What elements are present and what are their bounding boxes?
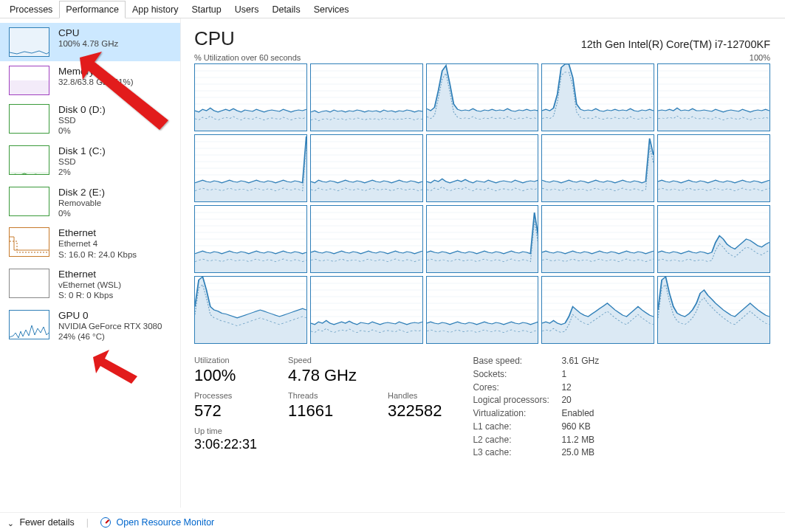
sidebar-item-sub: SSD0% bbox=[58, 115, 106, 137]
tab-startup[interactable]: Startup bbox=[185, 1, 227, 18]
sidebar-item-title: Disk 0 (D:) bbox=[58, 104, 106, 115]
sidebar-item-sub: Removable0% bbox=[58, 198, 105, 219]
sidebar-item-ethernet[interactable]: EthernetvEthernet (WSL)S: 0 R: 0 Kbps bbox=[0, 264, 180, 305]
sidebar-item-memory[interactable]: Memory32.8/63.8 GB (51%) bbox=[0, 61, 180, 100]
stat-label: Utilization bbox=[194, 356, 257, 365]
core-chart bbox=[310, 134, 423, 202]
kv-key: Virtualization: bbox=[473, 408, 561, 419]
core-chart bbox=[194, 276, 307, 344]
kv-value: 3.61 GHz bbox=[561, 356, 599, 367]
sidebar-thumb-icon bbox=[9, 104, 49, 134]
kv-value: 1 bbox=[561, 369, 599, 380]
kv-key: Logical processors: bbox=[473, 395, 561, 406]
core-chart bbox=[657, 134, 770, 202]
sidebar-item-sub: SSD2% bbox=[58, 156, 106, 178]
core-chart bbox=[426, 205, 539, 273]
sidebar-item-sub: vEthernet (WSL)S: 0 R: 0 Kbps bbox=[58, 280, 121, 301]
cpu-detail-pane: CPU 12th Gen Intel(R) Core(TM) i7-12700K… bbox=[181, 18, 785, 508]
stat-label: Up time bbox=[194, 426, 257, 435]
core-chart bbox=[310, 205, 423, 273]
core-chart bbox=[657, 63, 770, 131]
sidebar-thumb-icon bbox=[9, 227, 49, 257]
kv-value: 20 bbox=[561, 395, 599, 406]
core-chart bbox=[541, 276, 654, 344]
kv-key: Sockets: bbox=[473, 369, 561, 380]
sidebar-thumb-icon bbox=[9, 187, 49, 216]
sidebar-item-title: GPU 0 bbox=[58, 310, 162, 321]
chart-axis-right: 100% bbox=[750, 53, 770, 62]
sidebar-item-disk-1-c-[interactable]: Disk 1 (C:)SSD2% bbox=[0, 141, 180, 182]
kv-value: 12 bbox=[561, 382, 599, 393]
sidebar-thumb-icon bbox=[9, 145, 49, 175]
core-chart bbox=[426, 276, 539, 344]
sidebar-item-gpu-0[interactable]: GPU 0NVIDIA GeForce RTX 308024% (46 °C) bbox=[0, 305, 180, 347]
cpu-kv: Base speed:3.61 GHzSockets:1Cores:12Logi… bbox=[473, 356, 599, 458]
kv-key: Base speed: bbox=[473, 356, 561, 367]
stat-label: Processes bbox=[194, 391, 257, 400]
stat-label: Speed bbox=[288, 356, 357, 365]
sidebar-thumb-icon bbox=[9, 310, 49, 339]
stat-value bbox=[388, 366, 442, 385]
tab-app-history[interactable]: App history bbox=[126, 1, 185, 18]
stat-value: 3:06:22:31 bbox=[194, 437, 257, 452]
stat-value: 322582 bbox=[388, 401, 442, 421]
sidebar-item-title: CPU bbox=[58, 27, 118, 38]
core-chart bbox=[657, 205, 770, 273]
sidebar-thumb-icon bbox=[9, 66, 49, 95]
footer-bar: ⌃ Fewer details | Open Resource Monitor bbox=[0, 512, 785, 532]
stat-value: 100% bbox=[194, 366, 257, 385]
core-chart bbox=[310, 63, 423, 131]
stat-label: Threads bbox=[288, 391, 357, 400]
tab-processes[interactable]: Processes bbox=[3, 1, 59, 18]
sidebar-item-title: Memory bbox=[58, 66, 134, 77]
fewer-details-button[interactable]: ⌃ Fewer details bbox=[7, 517, 75, 528]
kv-key: Cores: bbox=[473, 382, 561, 393]
sidebar-item-title: Disk 2 (E:) bbox=[58, 187, 105, 198]
open-resource-monitor-link[interactable]: Open Resource Monitor bbox=[100, 517, 214, 528]
sidebar-item-cpu[interactable]: CPU100% 4.78 GHz bbox=[0, 23, 180, 61]
sidebar-item-ethernet[interactable]: EthernetEthernet 4S: 16.0 R: 24.0 Kbps bbox=[0, 223, 180, 264]
tab-details[interactable]: Details bbox=[265, 1, 306, 18]
sidebar-item-sub: 100% 4.78 GHz bbox=[58, 38, 118, 49]
core-chart bbox=[194, 134, 307, 202]
tab-bar: ProcessesPerformanceApp historyStartupUs… bbox=[0, 0, 785, 18]
kv-value: Enabled bbox=[561, 408, 599, 419]
chevron-up-icon: ⌃ bbox=[7, 518, 14, 528]
tab-performance[interactable]: Performance bbox=[59, 1, 126, 18]
core-chart bbox=[194, 63, 307, 131]
kv-key: L2 cache: bbox=[473, 435, 561, 446]
tab-services[interactable]: Services bbox=[307, 1, 356, 18]
kv-key: L1 cache: bbox=[473, 421, 561, 432]
cpu-model: 12th Gen Intel(R) Core(TM) i7-12700KF bbox=[581, 38, 770, 50]
sidebar-item-title: Ethernet bbox=[58, 269, 121, 280]
core-chart bbox=[426, 63, 539, 131]
perf-sidebar: CPU100% 4.78 GHzMemory32.8/63.8 GB (51%)… bbox=[0, 18, 181, 508]
kv-value: 960 KB bbox=[561, 421, 599, 432]
stat-label: Handles bbox=[388, 391, 442, 400]
sidebar-item-disk-0-d-[interactable]: Disk 0 (D:)SSD0% bbox=[0, 100, 180, 141]
chart-axis-left: % Utilization over 60 seconds bbox=[194, 53, 301, 62]
kv-value: 25.0 MB bbox=[561, 447, 599, 458]
sidebar-item-title: Disk 1 (C:) bbox=[58, 145, 106, 156]
stat-value: 11661 bbox=[288, 401, 357, 421]
kv-key: L3 cache: bbox=[473, 447, 561, 458]
core-chart bbox=[426, 134, 539, 202]
tab-users[interactable]: Users bbox=[228, 1, 266, 18]
core-chart bbox=[541, 134, 654, 202]
core-chart bbox=[541, 205, 654, 273]
core-chart bbox=[657, 276, 770, 344]
sidebar-item-sub: Ethernet 4S: 16.0 R: 24.0 Kbps bbox=[58, 238, 137, 260]
sidebar-item-disk-2-e-[interactable]: Disk 2 (E:)Removable0% bbox=[0, 182, 180, 224]
kv-value: 11.2 MB bbox=[561, 435, 599, 446]
sidebar-item-sub: 32.8/63.8 GB (51%) bbox=[58, 77, 134, 87]
stat-label bbox=[388, 356, 442, 365]
cpu-stats: Utilization 100% Processes 572 Up time 3… bbox=[194, 356, 770, 458]
stat-value: 4.78 GHz bbox=[288, 366, 357, 385]
sidebar-item-sub: NVIDIA GeForce RTX 308024% (46 °C) bbox=[58, 321, 162, 342]
sidebar-item-title: Ethernet bbox=[58, 227, 137, 238]
stat-value: 572 bbox=[194, 401, 257, 421]
resource-monitor-icon bbox=[100, 517, 111, 528]
core-chart bbox=[541, 63, 654, 131]
page-title: CPU bbox=[194, 27, 235, 50]
sidebar-thumb-icon bbox=[9, 269, 49, 298]
